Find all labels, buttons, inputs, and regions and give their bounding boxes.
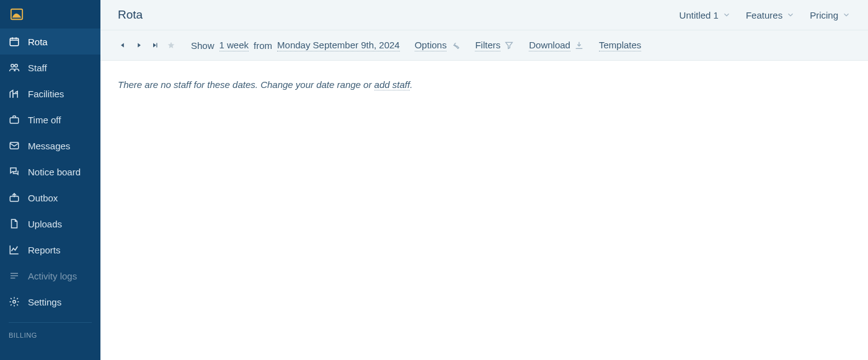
filters-button[interactable]: Filters <box>475 40 514 51</box>
envelope-icon <box>9 140 20 151</box>
page-title: Rota <box>118 8 143 22</box>
page-header: Rota Untitled 1 Features Pricing <box>100 0 868 30</box>
sidebar-item-outbox[interactable]: Outbox <box>0 185 100 211</box>
chat-icon <box>9 166 20 177</box>
next-button[interactable] <box>134 40 144 50</box>
sidebar-item-label: Settings <box>28 297 61 307</box>
file-icon <box>9 218 20 229</box>
filter-icon <box>504 40 514 50</box>
empty-state-prefix: There are no staff for these dates. Chan… <box>118 79 374 90</box>
empty-state-suffix: . <box>410 79 412 90</box>
users-icon <box>9 62 20 73</box>
pricing-menu-label: Pricing <box>810 10 838 20</box>
sidebar-item-label: Reports <box>28 245 61 255</box>
sidebar-item-label: Notice board <box>28 167 81 177</box>
chart-icon <box>9 244 20 255</box>
svg-rect-14 <box>156 43 157 48</box>
rota-content: There are no staff for these dates. Chan… <box>100 61 868 108</box>
lines-icon <box>9 270 20 281</box>
sidebar-item-staff[interactable]: Staff <box>0 55 100 81</box>
workspace-menu-label: Untitled 1 <box>680 10 719 20</box>
chevron-down-icon <box>722 11 731 19</box>
sidebar-item-label: Rota <box>28 37 48 47</box>
wrench-icon <box>450 40 460 50</box>
svg-point-6 <box>15 64 18 68</box>
sidebar: Rota Staff Facilities Time off Messages <box>0 0 100 360</box>
sidebar-item-settings[interactable]: Settings <box>0 289 100 315</box>
sidebar-item-reports[interactable]: Reports <box>0 237 100 263</box>
sidebar-item-facilities[interactable]: Facilities <box>0 81 100 107</box>
templates-label: Templates <box>599 40 641 51</box>
gear-icon <box>9 296 20 307</box>
download-icon <box>574 40 584 50</box>
jump-forward-button[interactable] <box>150 40 160 50</box>
options-button[interactable]: Options <box>415 40 461 51</box>
templates-button[interactable]: Templates <box>599 40 641 51</box>
svg-rect-7 <box>10 118 19 123</box>
chevron-down-icon <box>842 11 851 19</box>
sidebar-item-label: Activity logs <box>28 271 77 281</box>
download-label: Download <box>529 40 570 51</box>
filters-label: Filters <box>475 40 500 51</box>
svg-rect-1 <box>10 38 19 46</box>
sidebar-divider <box>9 322 92 323</box>
sidebar-item-label: Time off <box>28 115 61 125</box>
sidebar-nav: Rota Staff Facilities Time off Messages <box>0 29 100 345</box>
sidebar-item-noticeboard[interactable]: Notice board <box>0 159 100 185</box>
arrow-left-icon <box>118 41 127 50</box>
date-range-control: Show 1 week from Monday September 9th, 2… <box>191 40 400 51</box>
empty-state-message: There are no staff for these dates. Chan… <box>118 79 851 90</box>
svg-point-5 <box>11 64 14 68</box>
date-picker[interactable]: Monday September 9th, 2024 <box>277 40 400 51</box>
sidebar-item-label: Messages <box>28 141 70 151</box>
features-menu-label: Features <box>746 10 782 20</box>
sidebar-section-billing[interactable]: BILLING <box>0 329 100 345</box>
download-button[interactable]: Download <box>529 40 584 51</box>
rota-toolbar: Show 1 week from Monday September 9th, 2… <box>100 30 868 61</box>
sidebar-item-label: Outbox <box>28 193 58 203</box>
pricing-menu[interactable]: Pricing <box>810 10 851 20</box>
sidebar-item-timeoff[interactable]: Time off <box>0 107 100 133</box>
sidebar-item-rota[interactable]: Rota <box>0 29 100 55</box>
sidebar-item-uploads[interactable]: Uploads <box>0 211 100 237</box>
sidebar-item-activitylogs[interactable]: Activity logs <box>0 263 100 289</box>
options-label: Options <box>415 40 447 51</box>
calendar-icon <box>9 36 20 47</box>
workspace-menu[interactable]: Untitled 1 <box>680 10 731 20</box>
app-logo[interactable] <box>0 0 100 29</box>
main-panel: Rota Untitled 1 Features Pricing <box>100 0 868 360</box>
arrow-right-icon <box>135 41 143 50</box>
sidebar-item-messages[interactable]: Messages <box>0 133 100 159</box>
svg-point-13 <box>13 301 16 304</box>
sidebar-item-label: Uploads <box>28 219 62 229</box>
briefcase-icon <box>9 114 20 125</box>
add-staff-link[interactable]: add staff <box>374 79 410 90</box>
skip-forward-icon <box>151 41 159 50</box>
date-nav-controls <box>118 40 176 50</box>
outbox-icon <box>9 192 20 203</box>
star-icon <box>167 41 175 50</box>
prev-button[interactable] <box>118 40 128 50</box>
facility-icon <box>9 88 20 99</box>
from-label: from <box>254 40 272 51</box>
features-menu[interactable]: Features <box>746 10 795 20</box>
range-select[interactable]: 1 week <box>219 40 249 51</box>
favorite-button[interactable] <box>166 40 176 50</box>
show-label: Show <box>191 40 215 51</box>
chevron-down-icon <box>786 11 795 19</box>
sidebar-item-label: Staff <box>28 63 47 73</box>
sidebar-item-label: Facilities <box>28 89 64 99</box>
